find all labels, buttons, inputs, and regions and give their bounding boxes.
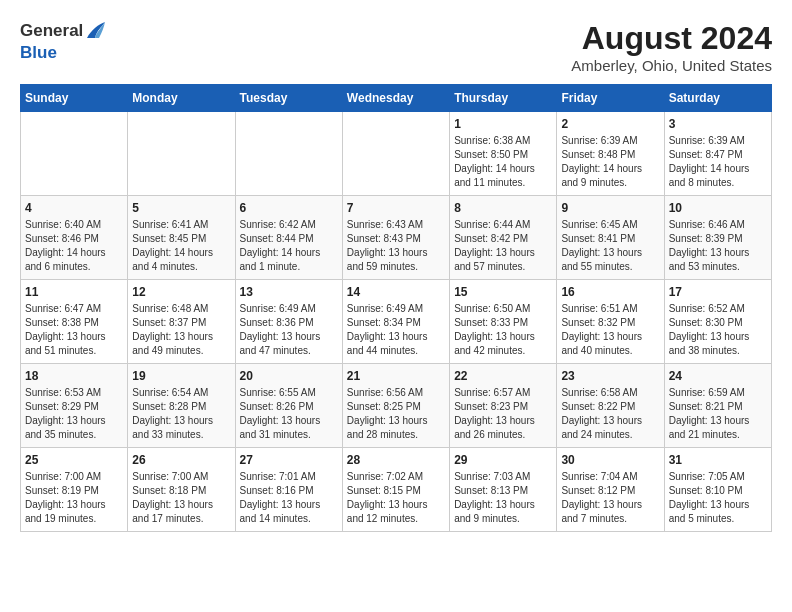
day-number: 13 bbox=[240, 285, 338, 299]
day-content: Sunrise: 6:43 AM Sunset: 8:43 PM Dayligh… bbox=[347, 218, 445, 274]
calendar-week-5: 25Sunrise: 7:00 AM Sunset: 8:19 PM Dayli… bbox=[21, 448, 772, 532]
day-number: 21 bbox=[347, 369, 445, 383]
day-number: 29 bbox=[454, 453, 552, 467]
month-year: August 2024 bbox=[571, 20, 772, 57]
day-number: 12 bbox=[132, 285, 230, 299]
calendar-cell: 30Sunrise: 7:04 AM Sunset: 8:12 PM Dayli… bbox=[557, 448, 664, 532]
day-number: 24 bbox=[669, 369, 767, 383]
day-number: 14 bbox=[347, 285, 445, 299]
day-content: Sunrise: 6:56 AM Sunset: 8:25 PM Dayligh… bbox=[347, 386, 445, 442]
day-number: 2 bbox=[561, 117, 659, 131]
day-content: Sunrise: 6:54 AM Sunset: 8:28 PM Dayligh… bbox=[132, 386, 230, 442]
calendar-cell: 31Sunrise: 7:05 AM Sunset: 8:10 PM Dayli… bbox=[664, 448, 771, 532]
day-number: 5 bbox=[132, 201, 230, 215]
weekday-header-tuesday: Tuesday bbox=[235, 85, 342, 112]
day-content: Sunrise: 6:52 AM Sunset: 8:30 PM Dayligh… bbox=[669, 302, 767, 358]
day-content: Sunrise: 6:44 AM Sunset: 8:42 PM Dayligh… bbox=[454, 218, 552, 274]
calendar-cell: 15Sunrise: 6:50 AM Sunset: 8:33 PM Dayli… bbox=[450, 280, 557, 364]
calendar-cell: 3Sunrise: 6:39 AM Sunset: 8:47 PM Daylig… bbox=[664, 112, 771, 196]
day-content: Sunrise: 6:53 AM Sunset: 8:29 PM Dayligh… bbox=[25, 386, 123, 442]
day-number: 1 bbox=[454, 117, 552, 131]
calendar-week-4: 18Sunrise: 6:53 AM Sunset: 8:29 PM Dayli… bbox=[21, 364, 772, 448]
day-content: Sunrise: 6:48 AM Sunset: 8:37 PM Dayligh… bbox=[132, 302, 230, 358]
calendar-cell: 20Sunrise: 6:55 AM Sunset: 8:26 PM Dayli… bbox=[235, 364, 342, 448]
logo-bird-icon bbox=[85, 20, 107, 44]
day-content: Sunrise: 6:39 AM Sunset: 8:47 PM Dayligh… bbox=[669, 134, 767, 190]
calendar-cell: 13Sunrise: 6:49 AM Sunset: 8:36 PM Dayli… bbox=[235, 280, 342, 364]
calendar-cell: 19Sunrise: 6:54 AM Sunset: 8:28 PM Dayli… bbox=[128, 364, 235, 448]
calendar-cell: 24Sunrise: 6:59 AM Sunset: 8:21 PM Dayli… bbox=[664, 364, 771, 448]
calendar-cell: 18Sunrise: 6:53 AM Sunset: 8:29 PM Dayli… bbox=[21, 364, 128, 448]
day-number: 30 bbox=[561, 453, 659, 467]
calendar-cell: 26Sunrise: 7:00 AM Sunset: 8:18 PM Dayli… bbox=[128, 448, 235, 532]
weekday-header-wednesday: Wednesday bbox=[342, 85, 449, 112]
day-number: 4 bbox=[25, 201, 123, 215]
calendar-cell: 10Sunrise: 6:46 AM Sunset: 8:39 PM Dayli… bbox=[664, 196, 771, 280]
calendar-cell: 17Sunrise: 6:52 AM Sunset: 8:30 PM Dayli… bbox=[664, 280, 771, 364]
day-content: Sunrise: 6:55 AM Sunset: 8:26 PM Dayligh… bbox=[240, 386, 338, 442]
day-number: 27 bbox=[240, 453, 338, 467]
day-number: 22 bbox=[454, 369, 552, 383]
calendar-cell: 25Sunrise: 7:00 AM Sunset: 8:19 PM Dayli… bbox=[21, 448, 128, 532]
weekday-header-friday: Friday bbox=[557, 85, 664, 112]
calendar: SundayMondayTuesdayWednesdayThursdayFrid… bbox=[20, 84, 772, 532]
weekday-header-thursday: Thursday bbox=[450, 85, 557, 112]
day-content: Sunrise: 6:49 AM Sunset: 8:34 PM Dayligh… bbox=[347, 302, 445, 358]
day-number: 11 bbox=[25, 285, 123, 299]
title-area: August 2024 Amberley, Ohio, United State… bbox=[571, 20, 772, 74]
day-content: Sunrise: 6:57 AM Sunset: 8:23 PM Dayligh… bbox=[454, 386, 552, 442]
day-content: Sunrise: 6:39 AM Sunset: 8:48 PM Dayligh… bbox=[561, 134, 659, 190]
day-content: Sunrise: 6:41 AM Sunset: 8:45 PM Dayligh… bbox=[132, 218, 230, 274]
day-number: 16 bbox=[561, 285, 659, 299]
day-content: Sunrise: 6:42 AM Sunset: 8:44 PM Dayligh… bbox=[240, 218, 338, 274]
day-content: Sunrise: 7:04 AM Sunset: 8:12 PM Dayligh… bbox=[561, 470, 659, 526]
day-content: Sunrise: 6:40 AM Sunset: 8:46 PM Dayligh… bbox=[25, 218, 123, 274]
day-content: Sunrise: 7:00 AM Sunset: 8:18 PM Dayligh… bbox=[132, 470, 230, 526]
calendar-week-3: 11Sunrise: 6:47 AM Sunset: 8:38 PM Dayli… bbox=[21, 280, 772, 364]
day-number: 3 bbox=[669, 117, 767, 131]
day-content: Sunrise: 6:47 AM Sunset: 8:38 PM Dayligh… bbox=[25, 302, 123, 358]
day-content: Sunrise: 7:02 AM Sunset: 8:15 PM Dayligh… bbox=[347, 470, 445, 526]
calendar-cell: 6Sunrise: 6:42 AM Sunset: 8:44 PM Daylig… bbox=[235, 196, 342, 280]
weekday-header-saturday: Saturday bbox=[664, 85, 771, 112]
day-content: Sunrise: 6:58 AM Sunset: 8:22 PM Dayligh… bbox=[561, 386, 659, 442]
calendar-cell: 12Sunrise: 6:48 AM Sunset: 8:37 PM Dayli… bbox=[128, 280, 235, 364]
day-number: 25 bbox=[25, 453, 123, 467]
location: Amberley, Ohio, United States bbox=[571, 57, 772, 74]
header: General Blue August 2024 Amberley, Ohio,… bbox=[20, 20, 772, 74]
calendar-cell: 29Sunrise: 7:03 AM Sunset: 8:13 PM Dayli… bbox=[450, 448, 557, 532]
day-number: 9 bbox=[561, 201, 659, 215]
day-number: 7 bbox=[347, 201, 445, 215]
day-number: 10 bbox=[669, 201, 767, 215]
calendar-week-2: 4Sunrise: 6:40 AM Sunset: 8:46 PM Daylig… bbox=[21, 196, 772, 280]
calendar-cell: 28Sunrise: 7:02 AM Sunset: 8:15 PM Dayli… bbox=[342, 448, 449, 532]
day-number: 15 bbox=[454, 285, 552, 299]
calendar-week-1: 1Sunrise: 6:38 AM Sunset: 8:50 PM Daylig… bbox=[21, 112, 772, 196]
logo-general-text: General bbox=[20, 22, 83, 41]
day-content: Sunrise: 7:01 AM Sunset: 8:16 PM Dayligh… bbox=[240, 470, 338, 526]
day-number: 18 bbox=[25, 369, 123, 383]
logo-blue-text: Blue bbox=[20, 43, 57, 62]
day-content: Sunrise: 7:03 AM Sunset: 8:13 PM Dayligh… bbox=[454, 470, 552, 526]
calendar-cell: 9Sunrise: 6:45 AM Sunset: 8:41 PM Daylig… bbox=[557, 196, 664, 280]
day-number: 23 bbox=[561, 369, 659, 383]
calendar-cell bbox=[342, 112, 449, 196]
weekday-header-monday: Monday bbox=[128, 85, 235, 112]
day-number: 28 bbox=[347, 453, 445, 467]
calendar-cell: 5Sunrise: 6:41 AM Sunset: 8:45 PM Daylig… bbox=[128, 196, 235, 280]
day-number: 19 bbox=[132, 369, 230, 383]
weekday-header-sunday: Sunday bbox=[21, 85, 128, 112]
day-content: Sunrise: 6:49 AM Sunset: 8:36 PM Dayligh… bbox=[240, 302, 338, 358]
day-number: 8 bbox=[454, 201, 552, 215]
calendar-cell bbox=[235, 112, 342, 196]
day-content: Sunrise: 7:00 AM Sunset: 8:19 PM Dayligh… bbox=[25, 470, 123, 526]
calendar-cell: 7Sunrise: 6:43 AM Sunset: 8:43 PM Daylig… bbox=[342, 196, 449, 280]
calendar-cell: 16Sunrise: 6:51 AM Sunset: 8:32 PM Dayli… bbox=[557, 280, 664, 364]
day-content: Sunrise: 6:45 AM Sunset: 8:41 PM Dayligh… bbox=[561, 218, 659, 274]
day-number: 26 bbox=[132, 453, 230, 467]
logo: General Blue bbox=[20, 20, 107, 62]
calendar-cell: 4Sunrise: 6:40 AM Sunset: 8:46 PM Daylig… bbox=[21, 196, 128, 280]
day-number: 6 bbox=[240, 201, 338, 215]
day-content: Sunrise: 7:05 AM Sunset: 8:10 PM Dayligh… bbox=[669, 470, 767, 526]
calendar-cell: 11Sunrise: 6:47 AM Sunset: 8:38 PM Dayli… bbox=[21, 280, 128, 364]
